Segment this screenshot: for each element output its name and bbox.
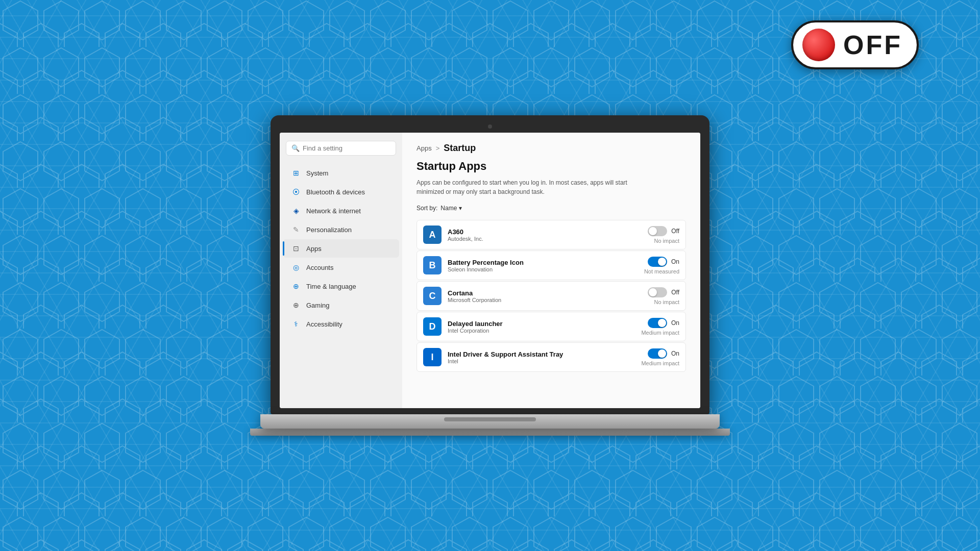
app-info-a360: A360 Autodesk, Inc. xyxy=(448,228,617,242)
app-name-intel: Intel Driver & Support Assistant Tray xyxy=(448,350,617,358)
sort-chevron-icon: ▾ xyxy=(459,205,462,212)
toggle-battery[interactable] xyxy=(648,257,667,267)
system-icon: ⊞ xyxy=(291,168,301,178)
app-company-cortana: Microsoft Corporation xyxy=(448,297,617,303)
sidebar-item-system[interactable]: ⊞ System xyxy=(283,164,399,182)
toggle-row-battery: On xyxy=(648,257,679,267)
sidebar-item-gaming[interactable]: ⊕ Gaming xyxy=(283,296,399,314)
sort-value: Name xyxy=(440,205,457,212)
accounts-icon: ◎ xyxy=(291,262,301,272)
app-row-cortana: C Cortana Microsoft Corporation Off xyxy=(416,281,686,311)
breadcrumb-apps: Apps xyxy=(416,144,432,152)
sidebar-item-accessibility[interactable]: ⚕ Accessibility xyxy=(283,315,399,333)
impact-cortana: No impact xyxy=(654,299,679,305)
sort-label: Sort by: xyxy=(416,205,437,212)
off-badge-circle xyxy=(802,29,835,61)
sidebar-item-label-accessibility: Accessibility xyxy=(306,320,342,328)
toggle-row-cortana: Off xyxy=(648,287,679,297)
app-row-delayed: D Delayed launcher Intel Corporation On xyxy=(416,312,686,341)
search-icon: 🔍 xyxy=(291,144,300,152)
app-toggle-area-intel: On Medium impact xyxy=(623,348,679,366)
sidebar-item-personalization[interactable]: ✎ Personalization xyxy=(283,220,399,239)
sidebar-item-label-accounts: Accounts xyxy=(306,264,333,271)
sidebar-item-network[interactable]: ◈ Network & internet xyxy=(283,202,399,220)
toggle-row-a360: Off xyxy=(648,226,679,236)
sort-dropdown[interactable]: Name ▾ xyxy=(440,205,462,212)
sort-bar: Sort by: Name ▾ xyxy=(416,205,686,212)
network-icon: ◈ xyxy=(291,206,301,216)
app-icon-a360: A xyxy=(423,226,442,244)
off-badge: OFF xyxy=(791,20,919,69)
laptop-camera xyxy=(488,124,492,129)
app-company-intel: Intel xyxy=(448,358,617,364)
sidebar-item-apps[interactable]: ⊡ Apps xyxy=(283,239,399,258)
app-row-battery: B Battery Percentage Icon Soleon Innovat… xyxy=(416,251,686,280)
sidebar-item-label-gaming: Gaming xyxy=(306,302,330,309)
breadcrumb: Apps > Startup xyxy=(416,143,686,154)
sidebar-item-label-time: Time & language xyxy=(306,283,356,290)
toggle-label-a360: Off xyxy=(671,228,679,235)
sidebar-item-label-system: System xyxy=(306,169,328,177)
laptop-screen-inner: 🔍 ⊞ System ⦿ Bluetooth & devices ◈ Netwo… xyxy=(280,133,700,408)
toggle-intel[interactable] xyxy=(648,348,667,359)
app-row-a360: A A360 Autodesk, Inc. Off xyxy=(416,220,686,249)
app-company-delayed: Intel Corporation xyxy=(448,328,617,334)
toggle-row-delayed: On xyxy=(648,318,679,328)
sidebar-item-time[interactable]: ⊕ Time & language xyxy=(283,277,399,295)
settings-window: 🔍 ⊞ System ⦿ Bluetooth & devices ◈ Netwo… xyxy=(280,133,700,408)
app-toggle-area-delayed: On Medium impact xyxy=(623,318,679,336)
app-row-intel: I Intel Driver & Support Assistant Tray … xyxy=(416,342,686,372)
laptop-base xyxy=(260,414,720,429)
toggle-label-delayed: On xyxy=(671,319,679,327)
app-icon-intel: I xyxy=(423,348,442,366)
gaming-icon: ⊕ xyxy=(291,300,301,310)
app-name-battery: Battery Percentage Icon xyxy=(448,259,617,266)
app-list: A A360 Autodesk, Inc. Off xyxy=(416,220,686,372)
page-description: Apps can be configured to start when you… xyxy=(416,178,631,196)
app-name-delayed: Delayed launcher xyxy=(448,320,617,328)
sidebar-item-bluetooth[interactable]: ⦿ Bluetooth & devices xyxy=(283,183,399,201)
search-box[interactable]: 🔍 xyxy=(286,141,396,156)
app-icon-cortana: C xyxy=(423,287,442,305)
time-icon: ⊕ xyxy=(291,281,301,291)
toggle-a360[interactable] xyxy=(648,226,667,236)
app-info-intel: Intel Driver & Support Assistant Tray In… xyxy=(448,350,617,364)
app-info-delayed: Delayed launcher Intel Corporation xyxy=(448,320,617,334)
laptop-hinge xyxy=(250,429,730,436)
app-toggle-area-cortana: Off No impact xyxy=(623,287,679,305)
toggle-row-intel: On xyxy=(648,348,679,359)
toggle-delayed[interactable] xyxy=(648,318,667,328)
app-toggle-area-battery: On Not measured xyxy=(623,257,679,274)
sidebar: 🔍 ⊞ System ⦿ Bluetooth & devices ◈ Netwo… xyxy=(280,133,402,408)
laptop: 🔍 ⊞ System ⦿ Bluetooth & devices ◈ Netwo… xyxy=(245,115,735,436)
laptop-screen-outer: 🔍 ⊞ System ⦿ Bluetooth & devices ◈ Netwo… xyxy=(271,115,709,414)
sidebar-item-label-apps: Apps xyxy=(306,245,322,253)
sidebar-item-label-bluetooth: Bluetooth & devices xyxy=(306,188,365,196)
toggle-cortana[interactable] xyxy=(648,287,667,297)
app-info-battery: Battery Percentage Icon Soleon Innovatio… xyxy=(448,259,617,272)
app-toggle-area-a360: Off No impact xyxy=(623,226,679,244)
toggle-label-battery: On xyxy=(671,258,679,265)
impact-delayed: Medium impact xyxy=(641,330,679,336)
breadcrumb-startup: Startup xyxy=(444,143,476,154)
personalization-icon: ✎ xyxy=(291,224,301,235)
impact-intel: Medium impact xyxy=(641,360,679,366)
impact-a360: No impact xyxy=(654,238,679,244)
search-input[interactable] xyxy=(303,144,390,152)
accessibility-icon: ⚕ xyxy=(291,319,301,329)
page-title: Startup Apps xyxy=(416,160,686,173)
sidebar-item-label-personalization: Personalization xyxy=(306,226,352,234)
bluetooth-icon: ⦿ xyxy=(291,187,301,197)
apps-icon: ⊡ xyxy=(291,243,301,254)
app-name-cortana: Cortana xyxy=(448,289,617,297)
main-content: Apps > Startup Startup Apps Apps can be … xyxy=(402,133,700,408)
app-icon-battery: B xyxy=(423,256,442,274)
sidebar-item-accounts[interactable]: ◎ Accounts xyxy=(283,258,399,277)
app-icon-delayed: D xyxy=(423,317,442,336)
app-company-battery: Soleon Innovation xyxy=(448,266,617,272)
sidebar-item-label-network: Network & internet xyxy=(306,207,361,215)
impact-battery: Not measured xyxy=(644,268,679,274)
app-company-a360: Autodesk, Inc. xyxy=(448,236,617,242)
off-badge-text: OFF xyxy=(843,32,902,58)
app-name-a360: A360 xyxy=(448,228,617,236)
